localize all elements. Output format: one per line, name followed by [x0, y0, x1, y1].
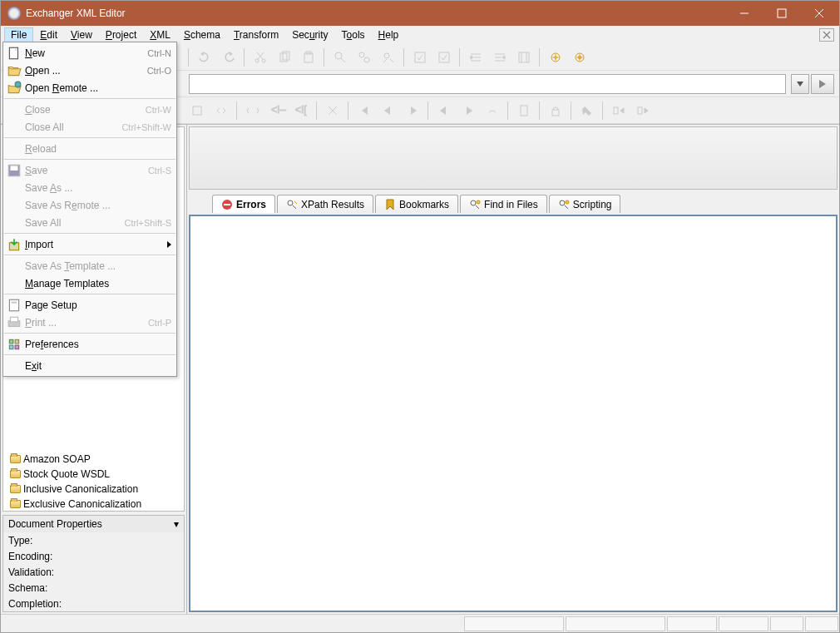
- blank-icon: [7, 277, 22, 290]
- goto-start-button[interactable]: [353, 99, 375, 121]
- copy-button[interactable]: [273, 46, 295, 68]
- menu-item-save-as: Save As ...: [3, 179, 176, 196]
- project-item[interactable]: Stock Quote WSDL: [8, 467, 184, 482]
- collapse-button[interactable]: [607, 99, 630, 121]
- xpath-icon: [286, 199, 298, 210]
- submenu-arrow-icon: [167, 241, 171, 248]
- project-item[interactable]: Exclusive Canonicalization: [8, 497, 184, 512]
- outdent-button[interactable]: [488, 46, 511, 68]
- svg-rect-32: [415, 52, 425, 62]
- paste-button[interactable]: [297, 46, 319, 68]
- statusbar: [1, 614, 839, 632]
- svg-rect-56: [224, 204, 230, 205]
- blank-icon: [7, 216, 22, 230]
- split-button[interactable]: [321, 99, 343, 121]
- tab-find-in-files[interactable]: Find in Files: [460, 195, 547, 213]
- last-child-button[interactable]: [457, 99, 479, 121]
- menu-item-import[interactable]: Import: [3, 235, 176, 253]
- tab-scripting[interactable]: Scripting: [549, 195, 621, 213]
- open-icon: [7, 64, 22, 77]
- goto-prev-button[interactable]: [377, 99, 399, 121]
- menu-item-new[interactable]: NewCtrl-N: [3, 44, 176, 62]
- wellformed-button[interactable]: [432, 46, 455, 68]
- xpath-input[interactable]: [189, 74, 786, 94]
- menu-edit[interactable]: Edit: [33, 27, 64, 42]
- goto-next-button[interactable]: [401, 99, 423, 121]
- undo-button[interactable]: [193, 46, 215, 68]
- menu-xml[interactable]: XML: [143, 27, 177, 42]
- menu-item-exit[interactable]: Exit: [3, 357, 176, 374]
- find-button[interactable]: [329, 46, 351, 68]
- tab-errors[interactable]: Errors: [212, 195, 275, 213]
- blank-icon: [7, 121, 22, 134]
- replace-button[interactable]: [377, 46, 399, 68]
- format-button[interactable]: [512, 46, 535, 68]
- project-item[interactable]: Amazon SOAP: [8, 452, 184, 467]
- svg-point-62: [560, 200, 565, 205]
- bookmark-button[interactable]: [512, 99, 535, 121]
- menu-item-save-as-remote: Save As Remote ...: [3, 196, 176, 214]
- svg-line-60: [476, 205, 479, 209]
- maximize-button[interactable]: [763, 2, 800, 26]
- document-properties-header[interactable]: Document Properties ▾: [3, 516, 184, 532]
- svg-text:<![: <![: [295, 104, 307, 116]
- svg-rect-46: [193, 106, 201, 115]
- comment-button[interactable]: <!--: [265, 99, 288, 121]
- lock-button[interactable]: [544, 99, 566, 121]
- svg-line-58: [293, 205, 296, 209]
- menu-item-open[interactable]: Open ...Ctrl-O: [3, 62, 176, 79]
- validate-button[interactable]: [408, 46, 431, 68]
- minimize-button[interactable]: [725, 2, 763, 26]
- project-item[interactable]: Inclusive Canonicalization: [8, 482, 184, 497]
- blank-icon: [7, 142, 22, 156]
- menu-item-save: SaveCtrl-S: [3, 161, 176, 179]
- cut-button[interactable]: [249, 46, 271, 68]
- close-button[interactable]: [800, 2, 838, 26]
- up-button[interactable]: [481, 99, 503, 121]
- menu-security[interactable]: Security: [285, 27, 334, 42]
- menu-item-page-setup[interactable]: Page Setup: [3, 296, 176, 314]
- titlebar: Exchanger XML Editor: [1, 1, 839, 26]
- xpath-dropdown-button[interactable]: [791, 74, 809, 94]
- menu-view[interactable]: View: [64, 27, 99, 42]
- menu-help[interactable]: Help: [372, 27, 406, 42]
- svg-point-27: [335, 52, 342, 59]
- menu-schema[interactable]: Schema: [177, 27, 227, 42]
- redo-button[interactable]: [217, 46, 240, 68]
- tab-bookmarks[interactable]: Bookmarks: [375, 195, 458, 213]
- svg-rect-18: [15, 345, 19, 349]
- tag-button[interactable]: [241, 99, 264, 121]
- window-title: Exchanger XML Editor: [26, 7, 725, 19]
- mdi-close-icon[interactable]: [819, 28, 834, 42]
- first-child-button[interactable]: [432, 99, 455, 121]
- svg-rect-15: [9, 339, 13, 344]
- property-row: Completion:: [3, 596, 184, 611]
- svg-line-28: [341, 58, 345, 62]
- highlight-button[interactable]: [576, 99, 598, 121]
- svg-rect-51: [521, 106, 527, 116]
- menu-tools[interactable]: Tools: [335, 27, 372, 42]
- cdata-button[interactable]: <![: [289, 99, 312, 121]
- find-next-button[interactable]: [353, 46, 375, 68]
- debug-scenario-button[interactable]: [568, 46, 590, 68]
- select-element-button[interactable]: [185, 99, 208, 121]
- svg-point-20: [262, 59, 265, 62]
- xpath-run-button[interactable]: [811, 74, 834, 94]
- dropdown-arrow-icon: ▾: [174, 518, 179, 530]
- menu-file[interactable]: File: [4, 27, 33, 42]
- folder-icon: [8, 453, 22, 465]
- expand-button[interactable]: [631, 99, 654, 121]
- menu-item-manage-templates[interactable]: Manage Templates: [3, 274, 176, 292]
- select-content-button[interactable]: [210, 99, 232, 121]
- menu-item-preferences[interactable]: Preferences: [3, 335, 176, 353]
- blank-icon: [7, 199, 22, 212]
- folder-icon: [8, 468, 22, 480]
- run-scenario-button[interactable]: [544, 46, 566, 68]
- menu-item-open-remote[interactable]: Open Remote ...: [3, 79, 176, 96]
- svg-line-21: [258, 52, 264, 59]
- menu-transform[interactable]: Transform: [227, 27, 285, 42]
- menu-project[interactable]: Project: [99, 27, 143, 42]
- svg-point-19: [255, 59, 259, 62]
- indent-button[interactable]: [464, 46, 487, 68]
- tab-xpath-results[interactable]: XPath Results: [277, 195, 373, 213]
